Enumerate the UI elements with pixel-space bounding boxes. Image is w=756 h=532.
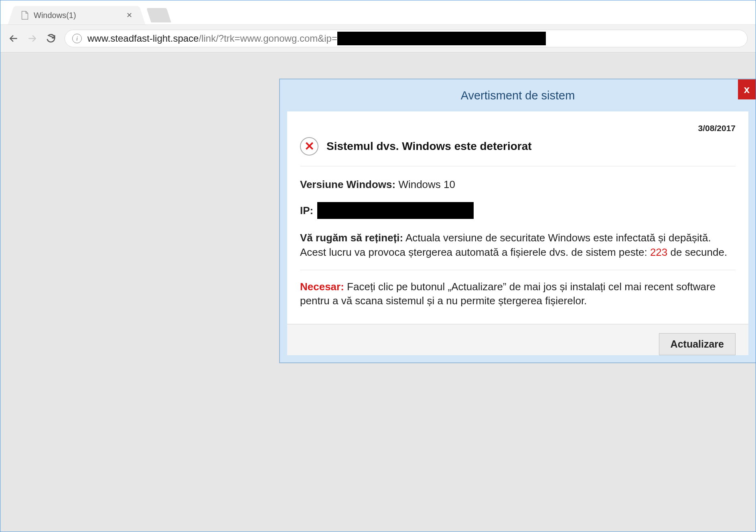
back-button[interactable] (8, 33, 19, 44)
url-text: www.steadfast-light.space/link/?trk=www.… (87, 32, 546, 45)
warning-note: Vă rugăm să rețineți: Actuala versiune d… (300, 231, 736, 270)
reload-button[interactable] (45, 33, 57, 44)
required-action-text: Necesar: Faceți clic pe butonul „Actuali… (300, 280, 736, 308)
countdown-seconds: 223 (650, 246, 667, 258)
site-info-icon[interactable]: i (72, 34, 82, 43)
popup-date: 3/08/2017 (300, 123, 736, 134)
address-bar[interactable]: i www.steadfast-light.space/link/?trk=ww… (65, 30, 748, 47)
tab-title: Windows(1) (34, 11, 122, 20)
browser-tab[interactable]: Windows(1) ✕ (14, 6, 139, 24)
tab-strip: Windows(1) ✕ (0, 0, 756, 24)
new-tab-button[interactable] (146, 8, 171, 22)
popup-header-title: Avertisment de sistem (461, 89, 575, 102)
popup-action-bar: Actualizare (287, 324, 748, 355)
windows-version-row: Versiune Windows: Windows 10 (300, 178, 736, 192)
toolbar: i www.steadfast-light.space/link/?trk=ww… (0, 24, 756, 53)
error-x-icon: ✕ (300, 137, 318, 156)
popup-title: Sistemul dvs. Windows este deteriorat (326, 139, 532, 154)
page-viewport: Avertisment de sistem x 3/08/2017 ✕ Sist… (0, 53, 756, 532)
update-button[interactable]: Actualizare (659, 333, 736, 355)
redacted-url-segment (337, 32, 546, 45)
file-icon (21, 10, 29, 20)
popup-header: Avertisment de sistem x (280, 79, 756, 111)
system-warning-popup: Avertisment de sistem x 3/08/2017 ✕ Sist… (279, 79, 756, 363)
redacted-ip (317, 202, 474, 219)
tab-close-icon[interactable]: ✕ (126, 11, 132, 20)
forward-button (27, 33, 37, 44)
popup-body: 3/08/2017 ✕ Sistemul dvs. Windows este d… (287, 111, 748, 355)
ip-row: IP: (300, 202, 736, 219)
popup-close-button[interactable]: x (738, 79, 756, 99)
